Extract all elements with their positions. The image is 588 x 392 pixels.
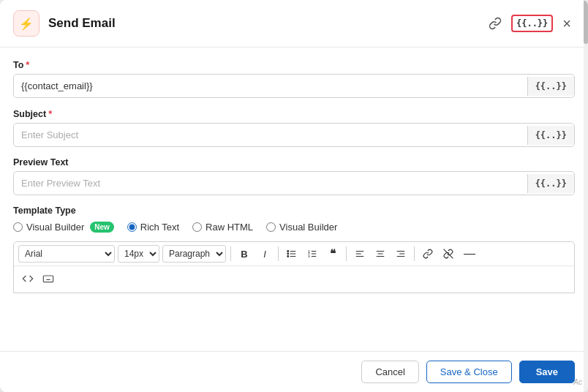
align-right-icon — [396, 249, 406, 259]
toolbar-sep1 — [230, 246, 231, 261]
insert-link-icon — [423, 249, 433, 259]
save-close-button[interactable]: Save & Close — [426, 361, 512, 383]
unordered-list-button[interactable] — [283, 245, 301, 263]
template-type-label: Template Type — [13, 206, 575, 216]
svg-text:3: 3 — [308, 255, 310, 258]
radio-rich-text[interactable]: Rich Text — [127, 222, 179, 233]
unlink-icon — [443, 249, 453, 259]
align-center-button[interactable] — [372, 245, 389, 263]
radio-raw-html[interactable]: Raw HTML — [192, 222, 253, 233]
to-input[interactable] — [14, 75, 527, 97]
horizontal-rule-button[interactable]: ― — [460, 245, 479, 263]
template-vars-icon: {{..}} — [516, 18, 548, 29]
ordered-list-button[interactable]: 1 2 3 — [304, 245, 321, 263]
to-required: * — [26, 59, 29, 70]
radio-rich-text-input[interactable] — [127, 222, 137, 232]
radio-visual-builder[interactable]: Visual Builder New — [13, 222, 114, 233]
align-left-button[interactable] — [351, 245, 369, 263]
template-vars-button[interactable]: {{..}} — [511, 15, 553, 32]
template-type-section: Template Type Visual Builder New Rich Te… — [13, 206, 575, 233]
to-template-btn[interactable]: {{..}} — [527, 77, 574, 96]
new-badge: New — [90, 222, 114, 233]
svg-rect-22 — [43, 276, 53, 282]
svg-point-4 — [287, 253, 289, 255]
unlink-button[interactable] — [440, 245, 457, 263]
align-left-icon — [355, 249, 365, 259]
italic-button[interactable]: I — [256, 245, 274, 263]
toolbar-sep4 — [414, 246, 415, 261]
bold-button[interactable]: B — [235, 245, 253, 263]
scrollbar-thumb[interactable] — [584, 0, 588, 44]
radio-visual-builder2-label: Visual Builder — [279, 222, 337, 233]
preview-text-template-btn[interactable]: {{..}} — [527, 174, 574, 193]
source-button[interactable] — [20, 271, 36, 289]
send-email-modal: ⚡ Send Email {{..}} × To * — [0, 0, 588, 392]
to-field-row: {{..}} — [13, 74, 575, 98]
cancel-button[interactable]: Cancel — [361, 361, 418, 383]
close-button[interactable]: × — [559, 12, 575, 36]
toolbar-row1: Arial Times New Roman Courier New Georgi… — [14, 242, 574, 266]
preview-text-field-row: {{..}} — [13, 171, 575, 195]
toolbar-sep3 — [346, 246, 347, 261]
subject-input[interactable] — [14, 124, 527, 146]
radio-visual-builder2[interactable]: Visual Builder — [266, 222, 337, 233]
subject-template-btn[interactable]: {{..}} — [527, 126, 574, 145]
keyboard-icon — [42, 273, 54, 284]
toolbar-sep2 — [278, 246, 279, 261]
modal-body: To * {{..}} Subject * {{..}} Preview Tex… — [0, 48, 588, 351]
align-center-icon — [375, 249, 385, 259]
keyboard-button[interactable] — [40, 271, 56, 289]
header-actions: {{..}} × — [485, 12, 575, 36]
ul-icon — [287, 249, 297, 259]
preview-text-field-group: Preview Text {{..}} — [13, 157, 575, 195]
source-icon — [22, 273, 34, 284]
paragraph-select[interactable]: Paragraph Heading 1 Heading 2 Heading 3 — [162, 245, 226, 263]
svg-point-5 — [287, 256, 289, 257]
preview-text-label: Preview Text — [13, 157, 575, 167]
modal-footer: Cancel Save & Close Save — [0, 351, 588, 392]
font-size-select[interactable]: 10px 12px 14px 16px 18px 24px — [118, 245, 159, 263]
toolbar-row2 — [14, 266, 574, 293]
preview-text-input[interactable] — [14, 172, 527, 195]
svg-point-3 — [287, 251, 289, 252]
radio-group: Visual Builder New Rich Text Raw HTML Vi… — [13, 222, 575, 233]
to-field-group: To * {{..}} — [13, 59, 575, 98]
link-button[interactable] — [485, 13, 505, 34]
save-button[interactable]: Save — [519, 361, 575, 383]
radio-raw-html-input[interactable] — [192, 222, 202, 232]
subject-field-row: {{..}} — [13, 123, 575, 147]
send-email-icon: ⚡ — [13, 10, 39, 37]
modal-title: Send Email — [48, 16, 476, 31]
insert-link-button[interactable] — [419, 245, 437, 263]
ol-icon: 1 2 3 — [307, 249, 317, 259]
scrollbar-track — [584, 0, 588, 392]
to-label: To * — [13, 59, 575, 70]
align-right-button[interactable] — [392, 245, 410, 263]
radio-rich-text-label: Rich Text — [140, 222, 179, 233]
subject-label: Subject * — [13, 108, 575, 119]
subject-field-group: Subject * {{..}} — [13, 108, 575, 147]
subject-required: * — [48, 108, 52, 119]
radio-visual-builder-input[interactable] — [13, 222, 23, 232]
close-icon: × — [562, 15, 571, 32]
radio-visual-builder2-input[interactable] — [266, 222, 276, 232]
radio-visual-builder-label: Visual Builder — [26, 222, 84, 233]
radio-raw-html-label: Raw HTML — [206, 222, 253, 233]
rich-text-toolbar: Arial Times New Roman Courier New Georgi… — [13, 241, 575, 293]
blockquote-button[interactable]: ❝ — [324, 245, 342, 263]
modal-header: ⚡ Send Email {{..}} × — [0, 0, 588, 48]
ac-badge: Ac — [573, 378, 582, 386]
link-icon — [489, 17, 502, 30]
font-family-select[interactable]: Arial Times New Roman Courier New Georgi… — [18, 245, 115, 263]
